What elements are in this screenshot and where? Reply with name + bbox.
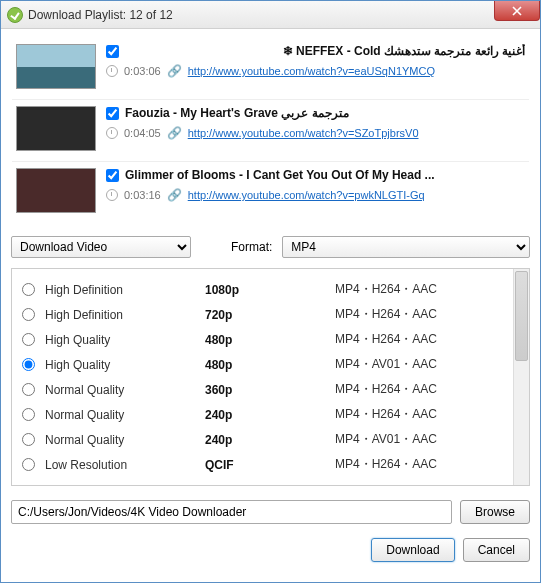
quality-codec: MP4・H264・AAC	[335, 306, 437, 323]
app-icon	[7, 7, 23, 23]
video-title: Glimmer of Blooms - I Cant Get You Out O…	[125, 168, 435, 182]
include-checkbox[interactable]	[106, 169, 119, 182]
quality-resolution: 240p	[205, 408, 335, 422]
link-icon: 🔗	[167, 188, 182, 202]
quality-row[interactable]: Normal Quality240pMP4・AV01・AAC	[16, 427, 525, 452]
playlist-item: أغنية رائعة مترجمة ستدهشك NEFFEX - Cold …	[12, 38, 529, 100]
titlebar: Download Playlist: 12 of 12	[1, 1, 540, 29]
duration: 0:04:05	[124, 127, 161, 139]
video-url[interactable]: http://www.youtube.com/watch?v=SZoTpjbrs…	[188, 127, 419, 139]
scrollbar[interactable]	[513, 269, 529, 485]
format-select[interactable]: MP4	[282, 236, 530, 258]
quality-list: High Definition1080pMP4・H264・AACHigh Def…	[11, 268, 530, 486]
video-url[interactable]: http://www.youtube.com/watch?v=pwkNLGTI-…	[188, 189, 425, 201]
clock-icon	[106, 65, 118, 77]
scrollbar-thumb[interactable]	[515, 271, 528, 361]
quality-codec: MP4・H264・AAC	[335, 456, 437, 473]
format-label: Format:	[231, 240, 272, 254]
thumbnail	[16, 168, 96, 213]
quality-row[interactable]: Normal Quality240pMP4・H264・AAC	[16, 402, 525, 427]
duration: 0:03:06	[124, 65, 161, 77]
video-title: Faouzia - My Heart's Grave مترجمة عربي	[125, 106, 349, 120]
quality-resolution: QCIF	[205, 458, 335, 472]
quality-name: High Definition	[45, 308, 205, 322]
quality-row[interactable]: High Definition1080pMP4・H264・AAC	[16, 277, 525, 302]
clock-icon	[106, 189, 118, 201]
browse-button[interactable]: Browse	[460, 500, 530, 524]
close-icon	[512, 6, 522, 16]
quality-codec: MP4・H264・AAC	[335, 281, 437, 298]
playlist-item: Faouzia - My Heart's Grave مترجمة عربي0:…	[12, 100, 529, 162]
playlist: أغنية رائعة مترجمة ستدهشك NEFFEX - Cold …	[11, 37, 530, 224]
include-checkbox[interactable]	[106, 45, 119, 58]
quality-name: Normal Quality	[45, 433, 205, 447]
link-icon: 🔗	[167, 126, 182, 140]
quality-resolution: 480p	[205, 358, 335, 372]
video-title: أغنية رائعة مترجمة ستدهشك NEFFEX - Cold …	[125, 44, 525, 58]
quality-resolution: 720p	[205, 308, 335, 322]
quality-radio[interactable]	[22, 358, 35, 371]
save-path-input[interactable]	[11, 500, 452, 524]
quality-row[interactable]: Normal Quality360pMP4・H264・AAC	[16, 377, 525, 402]
path-row: Browse	[11, 500, 530, 524]
dialog-buttons: Download Cancel	[11, 538, 530, 562]
quality-row[interactable]: High Quality480pMP4・H264・AAC	[16, 327, 525, 352]
quality-row[interactable]: Low ResolutionQCIFMP4・H264・AAC	[16, 452, 525, 477]
cancel-button[interactable]: Cancel	[463, 538, 530, 562]
quality-resolution: 480p	[205, 333, 335, 347]
quality-codec: MP4・H264・AAC	[335, 331, 437, 348]
video-url[interactable]: http://www.youtube.com/watch?v=eaUSqN1YM…	[188, 65, 435, 77]
controls-row: Download Video Format: MP4	[11, 236, 530, 258]
link-icon: 🔗	[167, 64, 182, 78]
quality-resolution: 360p	[205, 383, 335, 397]
quality-codec: MP4・AV01・AAC	[335, 431, 437, 448]
quality-radio[interactable]	[22, 433, 35, 446]
quality-name: High Quality	[45, 333, 205, 347]
quality-codec: MP4・H264・AAC	[335, 381, 437, 398]
quality-codec: MP4・AV01・AAC	[335, 356, 437, 373]
quality-row[interactable]: High Definition720pMP4・H264・AAC	[16, 302, 525, 327]
quality-codec: MP4・H264・AAC	[335, 406, 437, 423]
quality-row[interactable]: High Quality480pMP4・AV01・AAC	[16, 352, 525, 377]
duration: 0:03:16	[124, 189, 161, 201]
quality-name: High Definition	[45, 283, 205, 297]
include-checkbox[interactable]	[106, 107, 119, 120]
quality-name: Low Resolution	[45, 458, 205, 472]
thumbnail	[16, 44, 96, 89]
action-select[interactable]: Download Video	[11, 236, 191, 258]
thumbnail	[16, 106, 96, 151]
quality-radio[interactable]	[22, 333, 35, 346]
close-button[interactable]	[494, 1, 540, 21]
quality-name: Normal Quality	[45, 408, 205, 422]
quality-resolution: 1080p	[205, 283, 335, 297]
playlist-item: Glimmer of Blooms - I Cant Get You Out O…	[12, 162, 529, 223]
quality-resolution: 240p	[205, 433, 335, 447]
window-title: Download Playlist: 12 of 12	[28, 8, 173, 22]
quality-name: Normal Quality	[45, 383, 205, 397]
quality-radio[interactable]	[22, 383, 35, 396]
quality-radio[interactable]	[22, 308, 35, 321]
clock-icon	[106, 127, 118, 139]
quality-name: High Quality	[45, 358, 205, 372]
download-button[interactable]: Download	[371, 538, 454, 562]
quality-radio[interactable]	[22, 408, 35, 421]
quality-radio[interactable]	[22, 283, 35, 296]
quality-radio[interactable]	[22, 458, 35, 471]
